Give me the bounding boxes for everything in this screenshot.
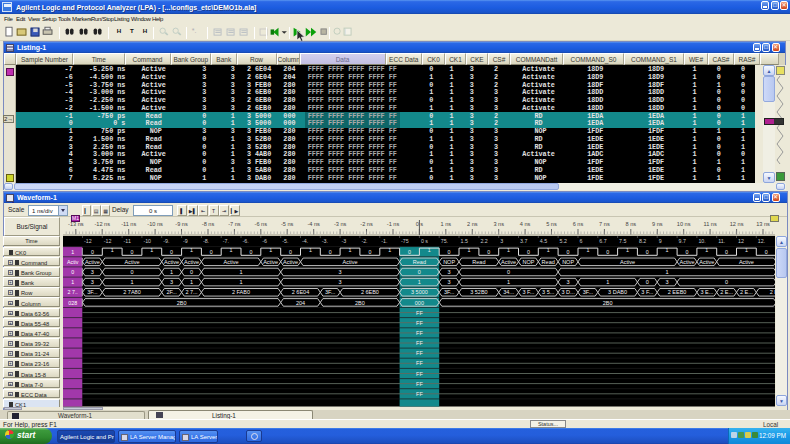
svg-text:0: 0 [418,269,421,275]
svg-text:-13 ns: -13 ns [68,221,84,227]
svg-text:2 E...: 2 E... [720,289,733,295]
svg-text:8.2: 8.2 [639,238,646,244]
svg-text:-5.: -5. [282,238,288,244]
svg-text:-12: -12 [104,238,112,244]
svg-text:-1.: -1. [381,238,387,244]
svg-text:Activ: Activ [67,259,79,265]
svg-text:7 ns: 7 ns [599,221,610,227]
svg-text:1: 1 [130,279,133,285]
svg-text:0: 0 [487,249,490,255]
svg-text:1: 1 [507,279,510,285]
svg-text:3: 3 [448,279,451,285]
svg-text:Active: Active [501,259,516,265]
svg-text:Active: Active [739,259,754,265]
svg-text:-6.: -6. [243,238,249,244]
svg-text:4.5: 4.5 [540,238,547,244]
svg-text:2B0: 2B0 [603,300,613,306]
svg-text:-11: -11 [124,238,131,244]
svg-text:9.7: 9.7 [679,238,686,244]
svg-text:0: 0 [368,249,371,255]
svg-text:4 ns: 4 ns [520,221,531,227]
svg-text:6 ns: 6 ns [573,221,584,227]
svg-text:3 5...: 3 5... [542,289,555,295]
svg-text:5.2: 5.2 [560,238,567,244]
svg-text:6: 6 [580,238,583,244]
svg-text:Active: Active [184,259,199,265]
svg-text:-75: -75 [401,238,409,244]
svg-text:2F...: 2F... [166,289,177,295]
svg-text:FF: FF [416,371,423,377]
svg-text:1: 1 [418,279,421,285]
svg-text:3F...: 3F... [325,289,336,295]
svg-text:Active: Active [85,259,100,265]
svg-text:-3: -3 [342,238,347,244]
svg-text:2 6EB0: 2 6EB0 [361,289,379,295]
svg-text:2 EEB0: 2 EEB0 [668,289,687,295]
svg-text:NOP: NOP [522,259,534,265]
svg-text:10.: 10. [698,238,705,244]
svg-text:204: 204 [296,300,305,306]
svg-text:0: 0 [725,249,728,255]
svg-text:2 FAB0: 2 FAB0 [232,289,250,295]
svg-text:2 7..: 2 7.. [68,289,78,295]
svg-text:-3 ns: -3 ns [334,221,347,227]
svg-text:3 F...: 3 F... [522,289,534,295]
svg-text:3 E...: 3 E... [700,289,713,295]
svg-text:NOP: NOP [562,259,574,265]
svg-text:FF: FF [416,350,423,356]
svg-text:-7 ns: -7 ns [228,221,241,227]
svg-text:3 F...: 3 F... [641,289,653,295]
svg-text:-9: -9 [183,238,188,244]
svg-text:12.: 12. [758,238,765,244]
svg-text:FF: FF [416,310,423,316]
svg-text:3F...: 3F... [583,289,594,295]
svg-text:3F...: 3F... [87,289,98,295]
svg-text:3.7: 3.7 [520,238,527,244]
svg-text:3 D...: 3 D... [562,289,576,295]
svg-text:3: 3 [170,279,173,285]
svg-text:3F...: 3F... [444,289,455,295]
svg-text:FF: FF [416,381,423,387]
svg-text:0: 0 [646,249,649,255]
svg-text:-1 ns: -1 ns [387,221,400,227]
svg-text:9 ns: 9 ns [652,221,663,227]
svg-text:0: 0 [507,269,510,275]
svg-text:3: 3 [500,238,503,244]
svg-text:028: 028 [68,300,77,306]
svg-text:2B0: 2B0 [355,300,365,306]
svg-text:-8 ns: -8 ns [202,221,215,227]
svg-text:12 ns: 12 ns [730,221,744,227]
svg-text:-3.: -3. [322,238,328,244]
svg-text:-6: -6 [262,238,267,244]
svg-text:0: 0 [71,269,74,275]
svg-text:Read: Read [542,259,555,265]
svg-text:0: 0 [686,249,689,255]
svg-text:Read: Read [413,259,426,265]
svg-text:1: 1 [666,269,669,275]
svg-text:0: 0 [646,279,649,285]
svg-text:Active: Active [164,259,179,265]
svg-text:FF: FF [416,391,423,397]
svg-text:NOP: NOP [443,259,455,265]
svg-text:-8.: -8. [203,238,209,244]
svg-text:-2 ns: -2 ns [360,221,373,227]
svg-text:2 7A80: 2 7A80 [123,289,140,295]
svg-text:-9 ns: -9 ns [175,221,188,227]
svg-text:Active: Active [620,259,635,265]
svg-text:2 E...: 2 E... [740,289,753,295]
svg-text:0: 0 [289,249,292,255]
svg-text:0: 0 [190,269,193,275]
svg-text:1 ns: 1 ns [441,221,452,227]
svg-text:2 ns: 2 ns [467,221,478,227]
svg-text:FF: FF [416,320,423,326]
svg-text:7.5: 7.5 [619,238,626,244]
svg-text:2B0: 2B0 [177,300,187,306]
svg-text:12: 12 [738,238,744,244]
svg-text:2 E...: 2 E... [770,289,775,295]
svg-text:3 5000: 3 5000 [411,289,428,295]
svg-text:11.: 11. [718,238,725,244]
svg-text:1: 1 [239,269,242,275]
svg-text:34...: 34... [503,289,514,295]
svg-text:-6 ns: -6 ns [255,221,268,227]
svg-text:75.: 75. [441,238,448,244]
